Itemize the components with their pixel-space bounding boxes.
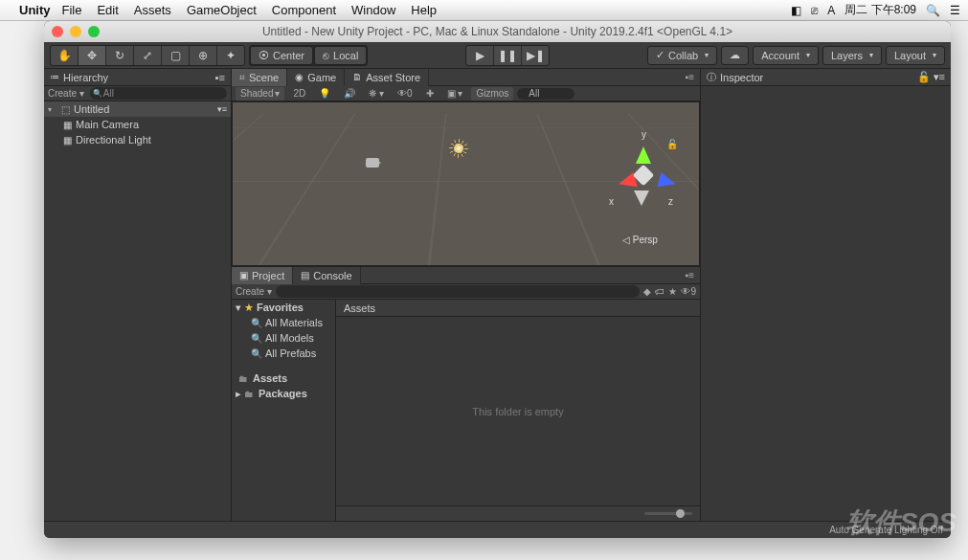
menu-window[interactable]: Window (351, 3, 395, 17)
scene-controlbar: Shaded ▾ 2D 💡 🔊 ❋ ▾ 👁0 ✚ ▣ ▾ Gizmos All (232, 86, 700, 101)
panel-menu-icon[interactable]: ▪≡ (686, 72, 700, 82)
gizmo-y-cone[interactable] (636, 139, 651, 164)
menu-file[interactable]: File (62, 3, 82, 17)
tab-scene[interactable]: ⌗Scene (232, 69, 287, 86)
move-tool[interactable]: ✥ (79, 46, 105, 65)
scene-row[interactable]: ▾ ⬚ Untitled ▾≡ (44, 101, 231, 117)
project-create-dropdown[interactable]: Create ▾ (236, 286, 272, 297)
scale-tool[interactable]: ⤢ (134, 46, 161, 65)
pause-button[interactable]: ❚❚ (494, 46, 521, 65)
window-titlebar[interactable]: Untitled - New Unity Project - PC, Mac &… (44, 21, 951, 42)
2d-toggle[interactable]: 2D (288, 87, 310, 101)
search-icon: 🔍 (251, 318, 262, 328)
unity-scene-icon: ⬚ (61, 104, 70, 115)
gizmo-back-cone[interactable] (634, 190, 649, 213)
game-icon: ◉ (295, 72, 304, 82)
hidden-count[interactable]: 👁9 (681, 286, 696, 297)
favorite-item[interactable]: 🔍All Prefabs (232, 346, 335, 361)
hierarchy-create-dropdown[interactable]: Create ▾ (48, 88, 84, 99)
favorites-row[interactable]: ▾★Favorites (232, 300, 335, 315)
input-icon[interactable]: A (827, 4, 835, 17)
menu-component[interactable]: Component (272, 3, 336, 17)
gizmos-dropdown[interactable]: Gizmos (471, 87, 513, 101)
scene-menu-icon[interactable]: ▾≡ (217, 104, 227, 114)
packages-folder[interactable]: ▸🖿Packages (232, 386, 335, 401)
hierarchy-header[interactable]: ≔ Hierarchy ▪≡ (44, 69, 231, 86)
project-tabrow: ▣Project ▤Console ▪≡ (232, 267, 700, 284)
tab-project[interactable]: ▣Project (232, 267, 293, 284)
scene-search[interactable]: All (517, 88, 574, 100)
step-button[interactable]: ▶❚ (522, 46, 549, 65)
camera-gizmo[interactable] (366, 158, 379, 168)
tools-icon[interactable]: ✚ (421, 87, 439, 101)
search-type-icon[interactable]: ◆ (643, 286, 651, 297)
custom-tool[interactable]: ✦ (217, 46, 244, 65)
layers-dropdown[interactable]: Layers (822, 46, 882, 65)
pivot-local-button[interactable]: ⎋ Local (314, 46, 367, 65)
directional-light-gizmo[interactable] (451, 141, 466, 156)
play-button[interactable]: ▶ (466, 46, 493, 65)
rect-tool[interactable]: ▢ (162, 46, 189, 65)
close-button[interactable] (52, 26, 63, 37)
rotate-tool[interactable]: ↻ (106, 46, 133, 65)
menu-assets[interactable]: Assets (134, 3, 171, 17)
shading-dropdown[interactable]: Shaded ▾ (236, 87, 284, 101)
audio-toggle[interactable]: 🔊 (339, 87, 360, 101)
tab-assetstore[interactable]: 🗎Asset Store (345, 69, 429, 86)
fx-toggle[interactable]: ❋ ▾ (364, 87, 389, 101)
inspector-header[interactable]: ⓘ Inspector 🔓 ▾≡ (701, 69, 951, 86)
scene-viewport[interactable]: y x z 🔓 ◁ Persp (232, 101, 700, 266)
expand-icon[interactable]: ▾ (48, 105, 57, 114)
clock[interactable]: 周二 下午8:09 (844, 2, 916, 18)
layout-dropdown[interactable]: Layout (886, 46, 945, 65)
favorite-item[interactable]: 🔍All Models (232, 330, 335, 346)
menu-icon[interactable]: ☰ (950, 4, 960, 17)
favorite-icon[interactable]: ★ (668, 286, 677, 297)
display-icon[interactable]: ⎚ (811, 4, 818, 17)
hierarchy-search[interactable]: All (90, 87, 227, 100)
spotlight-icon[interactable]: 🔍 (926, 4, 940, 17)
gizmo-persp-label[interactable]: ◁ Persp (622, 235, 658, 245)
hierarchy-item[interactable]: ▦ Directional Light (44, 132, 231, 147)
hidden-toggle[interactable]: 👁0 (393, 87, 417, 101)
assetstore-icon: 🗎 (352, 72, 362, 82)
pivot-center-button[interactable]: ⦿ Center (250, 46, 313, 65)
hierarchy-subbar: Create ▾ All (44, 86, 231, 101)
assets-folder[interactable]: 🖿Assets (232, 370, 335, 386)
hierarchy-item[interactable]: ▦ Main Camera (44, 117, 231, 132)
tab-game[interactable]: ◉Game (287, 69, 345, 86)
lighting-toggle[interactable]: 💡 (314, 87, 335, 101)
inspector-panel: ⓘ Inspector 🔓 ▾≡ (700, 69, 951, 521)
lock-icon[interactable]: 🔓 ▾≡ (917, 71, 945, 83)
project-search[interactable] (276, 285, 641, 298)
menu-gameobject[interactable]: GameObject (187, 3, 257, 17)
favorite-item[interactable]: 🔍All Materials (232, 315, 335, 330)
orientation-gizmo[interactable]: y x z 🔓 ◁ Persp (605, 122, 682, 227)
search-label-icon[interactable]: 🏷 (655, 286, 664, 297)
app-name[interactable]: Unity (19, 3, 51, 17)
thumbnail-size-slider[interactable] (644, 512, 692, 515)
project-panel: ▣Project ▤Console ▪≡ Create ▾ ◆ 🏷 ★ 👁9 ▾… (232, 266, 700, 521)
notification-icon[interactable]: ◧ (791, 4, 801, 17)
account-dropdown[interactable]: Account (753, 46, 819, 65)
panel-menu-icon[interactable]: ▪≡ (215, 72, 225, 83)
assets-breadcrumb[interactable]: Assets (336, 300, 700, 317)
hand-tool[interactable]: ✋ (51, 46, 78, 65)
lighting-status[interactable]: Auto Generate Lighting Off (829, 525, 943, 535)
folder-icon: ▣ (239, 270, 248, 280)
transform-tool[interactable]: ⊕ (190, 46, 216, 65)
collab-dropdown[interactable]: ✓ Collab (647, 46, 717, 65)
gizmo-lock-icon[interactable]: 🔓 (666, 139, 678, 149)
camera-icon[interactable]: ▣ ▾ (442, 87, 468, 101)
tab-console[interactable]: ▤Console (293, 267, 360, 284)
menu-edit[interactable]: Edit (97, 3, 118, 17)
minimize-button[interactable] (70, 26, 81, 37)
gizmo-z-cone[interactable] (657, 172, 685, 193)
menu-help[interactable]: Help (411, 3, 437, 17)
zoom-button[interactable] (88, 26, 100, 37)
folder-icon: 🖿 (238, 373, 250, 384)
panel-menu-icon[interactable]: ▪≡ (686, 270, 700, 280)
cloud-button[interactable]: ☁ (721, 46, 749, 65)
hierarchy-title: Hierarchy (63, 72, 108, 83)
transform-tool-group: ✋ ✥ ↻ ⤢ ▢ ⊕ ✦ (50, 45, 245, 66)
